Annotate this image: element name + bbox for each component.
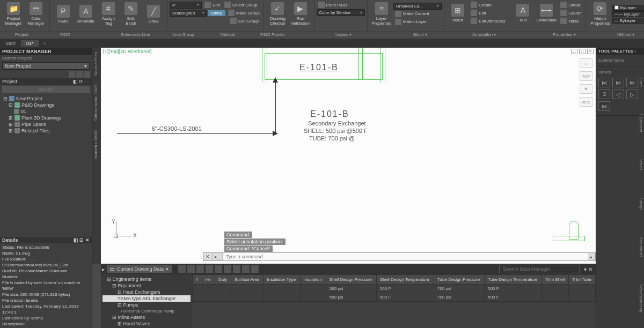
size-dropdown[interactable]: 4" (170, 2, 202, 9)
cmd-close-icon[interactable]: ✕ (203, 253, 213, 260)
tree-root[interactable]: ⊟New Project (2, 95, 90, 102)
tab-start[interactable]: Start (0, 40, 21, 47)
run-validation-button[interactable]: ▶Run Validation (289, 1, 312, 27)
dm-tree-inline[interactable]: ⊟ Inline Assets (103, 314, 191, 320)
dm-search-input[interactable] (499, 265, 580, 273)
valve-icon-1[interactable]: ⋈ (598, 78, 610, 87)
dm-tool-2[interactable] (187, 265, 195, 273)
dm-tree-tema[interactable]: TEMA type AEL Exchanger (103, 295, 191, 302)
tree-plant3d[interactable]: ⊞Plant 3D Drawings (2, 115, 90, 121)
pm-search-input[interactable] (2, 86, 90, 93)
vp-close[interactable]: ✕ (587, 49, 594, 54)
viewcube-icon[interactable]: ⌂ (580, 58, 592, 68)
details-controls[interactable]: ◧ ⊡ ✕ (74, 237, 90, 243)
leader[interactable]: Leader (559, 9, 583, 17)
vp-min[interactable]: — (571, 49, 577, 54)
tp-tab-fittings[interactable]: Fittings (636, 198, 643, 210)
tp-tab-instruments[interactable]: Instruments (636, 237, 643, 257)
viewport-label[interactable]: [+][Top][2D Wireframe] (103, 49, 151, 54)
tp-tab-lines[interactable]: Lines (636, 78, 643, 87)
ortho-toggle[interactable]: Ortho (208, 10, 225, 16)
color-bylayer[interactable]: ByLayer▾ (612, 5, 644, 11)
dm-tree-hcp[interactable]: Horizontal Centrifugal Pump (103, 308, 191, 314)
col-lier[interactable]: lier (202, 275, 215, 285)
col-num[interactable]: # (193, 275, 202, 285)
col-duty[interactable]: Duty (215, 275, 231, 285)
cmd-expand-icon[interactable]: ▴ (588, 253, 595, 260)
col-insulation[interactable]: Insulation (300, 275, 326, 285)
table-row[interactable]: 500 psi500 F700 psi500 F (193, 293, 596, 302)
tree-pid-drawings[interactable]: ⊟P&ID Drawings (2, 102, 90, 108)
pm-project-dropdown[interactable]: New Project▾ (2, 62, 90, 70)
project-manager-button[interactable]: 📁Project Manager (2, 1, 25, 27)
annotate-button[interactable]: AAnnotate (75, 4, 97, 25)
col-shell-t[interactable]: Shell Design Temperature (376, 275, 434, 285)
dm-collapse-icon[interactable]: ▾ ✕ (582, 266, 595, 272)
side-tab-source[interactable]: Source Files (92, 48, 101, 80)
match-layer[interactable]: Match Layer (393, 18, 442, 26)
text-button[interactable]: AText (511, 3, 534, 24)
valve-icon-2[interactable]: ⋈ (612, 78, 624, 87)
dm-expand-icon[interactable]: ▸ (102, 266, 105, 272)
tree-file-01[interactable]: 01 (2, 108, 90, 115)
col-trim-shell[interactable]: Trim Shell (542, 275, 569, 285)
assign-tag-button[interactable]: #Assign Tag (97, 1, 120, 27)
tp-tab-noneng[interactable]: Non-engineering (636, 285, 643, 312)
wcs-label[interactable]: WCS (580, 97, 592, 107)
tab-add[interactable]: + (39, 40, 51, 47)
tree-pipespecs[interactable]: ⊞Pipe Specs (2, 121, 90, 128)
linear-dim[interactable]: Linear (559, 1, 583, 9)
dm-tool-7[interactable] (233, 265, 240, 273)
dm-tree-eng[interactable]: ⊟ Engineering Items (103, 276, 191, 282)
dm-source-dropdown[interactable]: 🗃Current Drawing Data▾ (107, 265, 172, 273)
drawing-checker-button[interactable]: ✓Drawing Checker (266, 1, 289, 27)
select-group[interactable]: Select Group (223, 1, 259, 9)
table[interactable]: Table (559, 17, 583, 25)
nav-icon[interactable]: ⊕ (580, 84, 592, 94)
dm-tool-5[interactable] (215, 265, 222, 273)
dm-tool-4[interactable] (206, 265, 213, 273)
dm-tree-equipment[interactable]: ⊟ Equipment (103, 282, 191, 289)
dm-tool-8[interactable] (242, 265, 250, 273)
layer-properties-button[interactable]: ≡Layer Properties (370, 1, 393, 27)
vp-max[interactable]: □ (579, 49, 586, 54)
dm-tool-9[interactable] (251, 265, 259, 273)
dm-tree-hex[interactable]: ⊟ Heat Exchangers (103, 289, 191, 295)
col-tube-p[interactable]: Tube Design Pressure (434, 275, 484, 285)
layer-dropdown[interactable]: Unsaved La... (393, 3, 442, 10)
linetype-bylayer[interactable]: —— ByLayer▾ (612, 11, 644, 17)
match-properties-button[interactable]: ⟳Match Properties (588, 1, 612, 27)
edit-block-button[interactable]: ✎Edit Block (120, 1, 142, 27)
col-surface[interactable]: Surface Area (231, 275, 264, 285)
make-current-layer[interactable]: Make Current (393, 10, 442, 18)
dimension-button[interactable]: ⟷Dimension (534, 3, 559, 24)
paint-pid[interactable]: Paint P&ID (317, 1, 365, 9)
pipe-line-h[interactable] (117, 133, 273, 134)
pm-section-header[interactable]: Project◧ ⟳ ⋯ (0, 78, 92, 85)
dm-tool-1[interactable] (178, 265, 186, 273)
draw-button[interactable]: ╱Draw (142, 4, 165, 25)
edit-attributes[interactable]: Edit Attributes (469, 17, 507, 25)
dm-tool-3[interactable] (196, 265, 204, 273)
create-block[interactable]: Create (469, 1, 507, 9)
valve-icon-4[interactable]: ⧖ (598, 90, 610, 99)
pm-tool-2[interactable] (76, 71, 83, 78)
table-row[interactable]: 500 psi500 F700 psi500 F (193, 285, 596, 293)
tp-tab-valves[interactable]: Valves (636, 159, 643, 170)
edit-group[interactable]: Edit Group (229, 17, 260, 25)
side-tab-ortho[interactable]: Orthographic DWG (92, 80, 101, 125)
edit-line[interactable]: Edit (203, 1, 222, 9)
insert-button[interactable]: ⊞Insert (447, 3, 469, 24)
tp-tab-equipment[interactable]: Equipment (636, 114, 643, 132)
viewcube-top[interactable]: TOP (580, 71, 592, 81)
side-tab-iso[interactable]: Isometric DWG (92, 125, 101, 163)
tab-file[interactable]: 01* (21, 40, 39, 47)
col-trim-tube[interactable]: Trim Tube (569, 275, 596, 285)
cmd-menu-icon[interactable]: ▸_ (213, 253, 223, 260)
valve-icon-5[interactable]: ◁ (612, 90, 624, 99)
dm-tree-pumps[interactable]: ⊟ Pumps (103, 302, 191, 308)
pid-button[interactable]: PP&ID (52, 4, 75, 25)
tree-related[interactable]: ⊞Related Files (2, 128, 90, 134)
pm-tool-1[interactable] (69, 71, 75, 78)
data-manager-button[interactable]: 🗃Data Manager (25, 1, 47, 27)
